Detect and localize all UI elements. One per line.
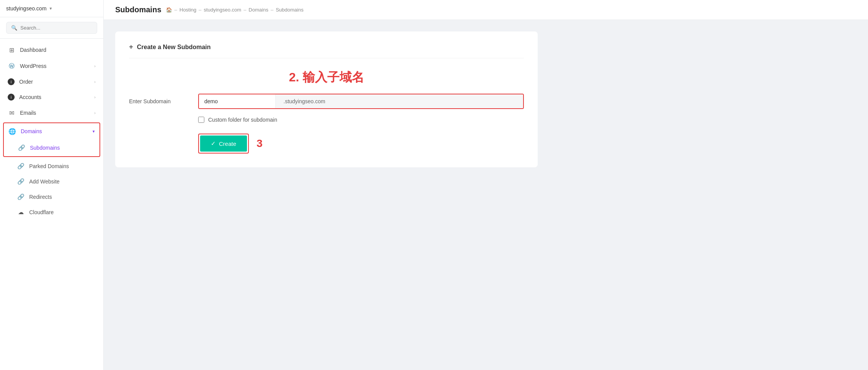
parked-domains-icon: 🔗 xyxy=(17,162,25,170)
cloudflare-icon: ☁ xyxy=(17,208,25,216)
redirects-icon: 🔗 xyxy=(17,193,25,201)
page-title: Subdomains xyxy=(115,5,161,14)
card-header: + Create a New Subdomain xyxy=(129,43,524,58)
home-icon: 🏠 xyxy=(166,7,172,13)
breadcrumb-domains: Domains xyxy=(248,7,268,13)
sidebar-item-dashboard[interactable]: ⊞ Dashboard xyxy=(0,42,103,58)
site-name: studyingseo.com xyxy=(6,5,46,12)
sidebar-item-redirects[interactable]: 🔗 Redirects xyxy=(0,189,103,205)
search-input[interactable] xyxy=(20,25,92,31)
main-content: Subdomains 🏠 – Hosting – studyingseo.com… xyxy=(104,0,868,370)
breadcrumb-subdomains: Subdomains xyxy=(276,7,303,13)
wordpress-icon: Ⓦ xyxy=(8,62,15,70)
sidebar-item-emails[interactable]: ✉ Emails › xyxy=(0,105,103,121)
search-box: 🔍 xyxy=(0,17,103,39)
subdomain-input-wrap: .studyingseo.com xyxy=(198,94,524,109)
plus-icon: + xyxy=(129,43,133,51)
custom-folder-label: Custom folder for subdomain xyxy=(208,117,277,123)
step3-annotation: 3 xyxy=(257,137,263,150)
chevron-right-icon: › xyxy=(94,64,96,68)
search-icon: 🔍 xyxy=(11,25,17,31)
custom-folder-row: Custom folder for subdomain xyxy=(129,117,524,123)
chevron-down-icon: ▾ xyxy=(50,6,52,11)
breadcrumb-domain: studyingseo.com xyxy=(204,7,242,13)
create-button-wrap: ✓ Create xyxy=(198,134,249,154)
card-title: Create a New Subdomain xyxy=(137,44,211,51)
sidebar-item-subdomains[interactable]: 🔗 Subdomains xyxy=(4,140,99,155)
create-button-label: Create xyxy=(219,140,236,147)
emails-icon: ✉ xyxy=(8,109,15,117)
subdomain-form-row: Enter Subdomain .studyingseo.com xyxy=(129,94,524,109)
add-website-icon: 🔗 xyxy=(17,178,25,185)
chevron-right-icon: › xyxy=(94,79,96,84)
breadcrumb-hosting: Hosting xyxy=(179,7,196,13)
chevron-right-icon: › xyxy=(94,95,96,99)
sidebar-header: studyingseo.com ▾ xyxy=(0,0,103,17)
sidebar-item-order[interactable]: i Order › xyxy=(0,74,103,89)
topbar: Subdomains 🏠 – Hosting – studyingseo.com… xyxy=(104,0,868,20)
sidebar-item-parked-domains[interactable]: 🔗 Parked Domains xyxy=(0,159,103,174)
step2-annotation-wrap: 2. 输入子域名 xyxy=(129,69,524,86)
sidebar-item-domains[interactable]: 🌐 Domains ▾ xyxy=(4,123,99,139)
domains-section-highlight: 🌐 Domains ▾ 🔗 Subdomains 1 xyxy=(3,122,100,157)
order-icon: i xyxy=(8,78,15,85)
chevron-down-icon: ▾ xyxy=(93,129,95,134)
create-button[interactable]: ✓ Create xyxy=(200,135,247,152)
content-area: + Create a New Subdomain 2. 输入子域名 Enter … xyxy=(104,20,868,370)
sidebar-item-add-website[interactable]: 🔗 Add Website xyxy=(0,174,103,189)
dashboard-icon: ⊞ xyxy=(8,46,15,54)
domains-subnav: 🔗 Subdomains xyxy=(4,139,99,156)
chevron-right-icon: › xyxy=(94,111,96,115)
accounts-icon: i xyxy=(8,94,15,101)
domains-icon: 🌐 xyxy=(8,127,16,135)
site-selector[interactable]: studyingseo.com ▾ xyxy=(6,5,52,12)
search-input-wrap: 🔍 xyxy=(6,22,97,34)
create-button-row: ✓ Create 3 xyxy=(129,134,524,154)
sidebar-item-cloudflare[interactable]: ☁ Cloudflare xyxy=(0,205,103,220)
subdomain-label: Enter Subdomain xyxy=(129,98,198,104)
custom-folder-checkbox[interactable] xyxy=(198,117,204,123)
subdomains-icon: 🔗 xyxy=(18,144,25,152)
check-icon: ✓ xyxy=(211,140,216,147)
domain-suffix: .studyingseo.com xyxy=(276,94,523,108)
nav-items: ⊞ Dashboard Ⓦ WordPress › i Order › i Ac… xyxy=(0,39,103,370)
create-subdomain-card: + Create a New Subdomain 2. 输入子域名 Enter … xyxy=(115,31,538,167)
subdomain-input[interactable] xyxy=(199,94,276,108)
step2-annotation: 2. 输入子域名 xyxy=(289,70,364,84)
sidebar: studyingseo.com ▾ 🔍 ⊞ Dashboard Ⓦ WordPr… xyxy=(0,0,104,370)
sidebar-item-wordpress[interactable]: Ⓦ WordPress › xyxy=(0,58,103,74)
sidebar-item-accounts[interactable]: i Accounts › xyxy=(0,89,103,105)
breadcrumb: 🏠 – Hosting – studyingseo.com – Domains … xyxy=(166,7,303,13)
